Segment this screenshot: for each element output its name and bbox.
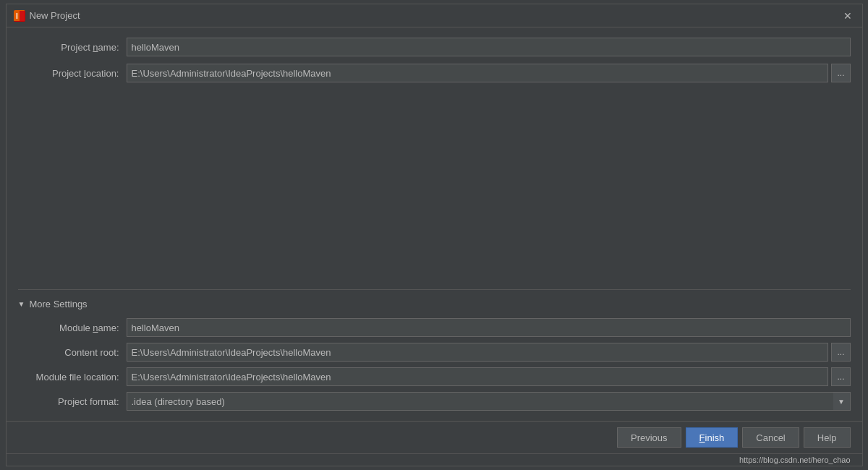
project-location-browse-button[interactable]: ... xyxy=(831,64,850,82)
content-root-row: Content root: ... xyxy=(18,343,851,362)
status-bar: https://blog.csdn.net/hero_chao xyxy=(7,453,862,466)
bottom-bar: Previous Finish Cancel Help xyxy=(7,421,862,453)
project-name-row: Project name: xyxy=(18,38,851,56)
svg-rect-1 xyxy=(20,11,25,21)
cancel-button[interactable]: Cancel xyxy=(742,427,799,448)
module-file-location-browse-button[interactable]: ... xyxy=(831,367,850,386)
dialog-content: Project name: Project location: ... ▼ Mo… xyxy=(7,27,862,421)
module-file-location-input-container: ... xyxy=(127,367,851,386)
title-bar: I New Project ✕ xyxy=(7,4,862,27)
project-format-select[interactable]: .idea (directory based) .ipr (file based… xyxy=(127,392,851,411)
project-format-label: Project format: xyxy=(18,396,119,407)
content-root-input-container: ... xyxy=(127,343,851,362)
project-format-select-wrapper: .idea (directory based) .ipr (file based… xyxy=(127,392,851,411)
idea-icon: I xyxy=(14,10,25,22)
project-format-row: Project format: .idea (directory based) … xyxy=(18,392,851,411)
svg-text:I: I xyxy=(16,12,18,20)
finish-label: Finish xyxy=(699,432,725,443)
project-location-label: Project location: xyxy=(18,68,119,79)
project-name-input-container xyxy=(127,38,851,56)
module-name-input-container xyxy=(127,318,851,337)
module-name-row: Module name: xyxy=(18,318,851,337)
module-file-location-label: Module file location: xyxy=(18,372,119,383)
content-root-input[interactable] xyxy=(127,343,829,362)
project-name-label: Project name: xyxy=(18,42,119,53)
title-bar-left: I New Project xyxy=(14,10,80,22)
more-settings-triangle-icon: ▼ xyxy=(18,300,25,308)
new-project-dialog: I New Project ✕ Project name: Project lo… xyxy=(6,4,863,466)
content-root-browse-button[interactable]: ... xyxy=(831,343,850,362)
project-location-row: Project location: ... xyxy=(18,64,851,82)
module-file-location-input[interactable] xyxy=(127,367,829,386)
content-root-label: Content root: xyxy=(18,347,119,358)
more-settings-toggle[interactable]: ▼ More Settings xyxy=(18,296,851,312)
module-file-location-row: Module file location: ... xyxy=(18,367,851,386)
content-spacer xyxy=(18,90,851,282)
status-url: https://blog.csdn.net/hero_chao xyxy=(739,456,851,464)
project-name-input[interactable] xyxy=(127,38,851,56)
dialog-title: New Project xyxy=(30,10,80,21)
project-location-input-container: ... xyxy=(127,64,851,82)
finish-button[interactable]: Finish xyxy=(686,427,739,448)
more-settings-section: ▼ More Settings Module name: Content r xyxy=(18,289,851,411)
project-format-select-container: .idea (directory based) .ipr (file based… xyxy=(127,392,851,411)
help-button[interactable]: Help xyxy=(804,427,851,448)
module-name-label: Module name: xyxy=(18,322,119,333)
more-settings-body: Module name: Content root: ... xyxy=(18,312,851,411)
project-location-input[interactable] xyxy=(127,64,829,82)
previous-button[interactable]: Previous xyxy=(617,427,681,448)
more-settings-label: More Settings xyxy=(29,299,87,309)
module-name-input[interactable] xyxy=(127,318,851,337)
close-button[interactable]: ✕ xyxy=(841,9,855,23)
